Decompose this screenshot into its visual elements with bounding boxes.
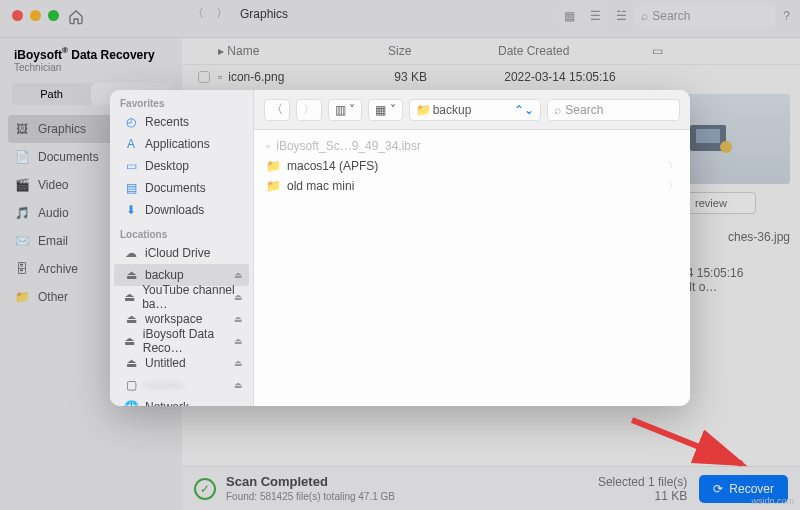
location-item[interactable]: ▢———⏏ [114,374,249,396]
favorite-icon: ◴ [124,115,138,129]
save-sheet: Favorites ◴RecentsAApplications▭Desktop▤… [110,90,690,406]
folder-icon: 📁 [266,179,281,193]
location-icon: 🌐 [124,400,138,406]
eject-icon[interactable]: ⏏ [234,358,243,368]
favorites-header: Favorites [110,90,253,111]
location-item[interactable]: ☁iCloud Drive [114,242,249,264]
location-icon: ⏏ [124,290,135,304]
sheet-group-button[interactable]: ▦ ˅ [368,99,402,121]
sheet-search-input[interactable]: ⌕ Search [547,99,680,121]
folder-dropdown[interactable]: 📁 backup ⌃⌄ [409,99,542,121]
eject-icon[interactable]: ⏏ [234,270,243,280]
favorite-recents[interactable]: ◴Recents [114,111,249,133]
eject-icon[interactable]: ⏏ [234,314,243,324]
location-icon: ⏏ [124,356,138,370]
location-icon: ⏏ [124,312,138,326]
chevron-right-icon: 〉 [668,159,678,173]
folder-icon: 📁 [416,103,431,117]
folder-icon: 📁 [266,159,281,173]
eject-icon[interactable]: ⏏ [234,380,243,390]
search-icon: ⌕ [554,103,561,117]
sheet-file-list[interactable]: ▫iBoysoft_Sc…9_49_34.ibsr📁macos14 (APFS)… [254,130,690,406]
sheet-forward-button[interactable]: 〉 [296,99,322,121]
sheet-sidebar: Favorites ◴RecentsAApplications▭Desktop▤… [110,90,254,406]
chevron-right-icon: 〉 [668,179,678,193]
favorite-icon: A [124,137,138,151]
sheet-back-button[interactable]: 〈 [264,99,290,121]
favorite-icon: ▭ [124,159,138,173]
location-icon: ⏏ [124,334,136,348]
eject-icon[interactable]: ⏏ [234,292,243,302]
sheet-view-columns[interactable]: ▥ ˅ [328,99,362,121]
location-item[interactable]: ⏏iBoysoft Data Reco…⏏ [114,330,249,352]
location-item[interactable]: 🌐Network [114,396,249,406]
sheet-toolbar: 〈 〉 ▥ ˅ ▦ ˅ 📁 backup ⌃⌄ ⌕ Search [254,90,690,130]
favorite-desktop[interactable]: ▭Desktop [114,155,249,177]
file-icon: ▫ [266,139,270,153]
locations-header: Locations [110,221,253,242]
location-icon: ⏏ [124,268,138,282]
location-item[interactable]: ⏏Untitled⏏ [114,352,249,374]
eject-icon[interactable]: ⏏ [234,336,243,346]
favorite-downloads[interactable]: ⬇Downloads [114,199,249,221]
sheet-list-item[interactable]: 📁old mac mini〉 [254,176,690,196]
favorite-icon: ⬇ [124,203,138,217]
favorite-applications[interactable]: AApplications [114,133,249,155]
favorite-documents[interactable]: ▤Documents [114,177,249,199]
watermark: wsidn.com [751,496,794,506]
location-icon: ▢ [124,378,138,392]
chevron-updown-icon: ⌃⌄ [514,103,534,117]
sheet-list-item: ▫iBoysoft_Sc…9_49_34.ibsr [254,136,690,156]
sheet-list-item[interactable]: 📁macos14 (APFS)〉 [254,156,690,176]
location-icon: ☁ [124,246,138,260]
location-item[interactable]: ⏏YouTube channel ba…⏏ [114,286,249,308]
favorite-icon: ▤ [124,181,138,195]
